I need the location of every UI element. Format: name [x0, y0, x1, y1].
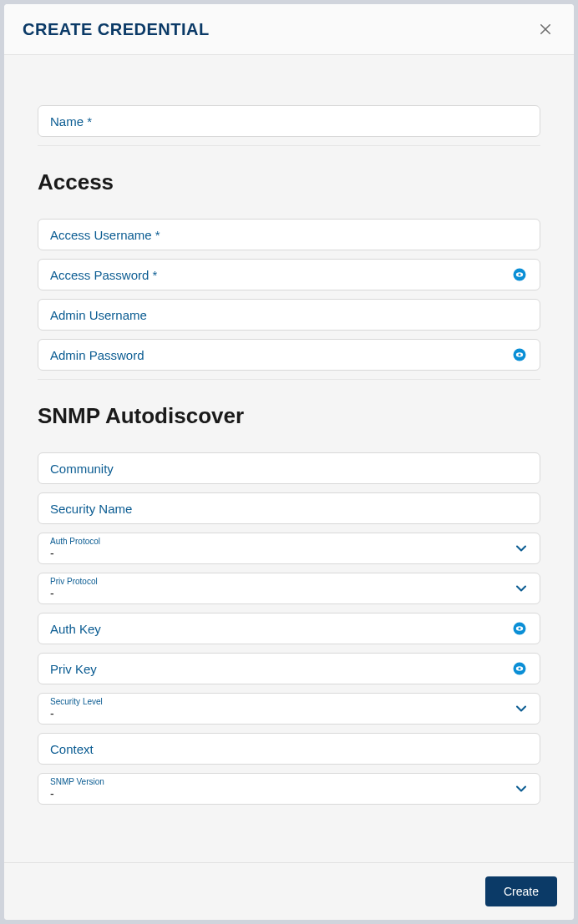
chevron-down-icon: [513, 580, 530, 597]
admin-password-wrap: [38, 339, 540, 371]
eye-icon[interactable]: [511, 620, 528, 637]
snmp-version-label: SNMP Version: [50, 778, 528, 786]
auth-protocol-label: Auth Protocol: [50, 538, 528, 546]
security-level-label: Security Level: [50, 698, 528, 706]
access-username-wrap: [38, 219, 540, 250]
chevron-down-icon: [513, 700, 530, 717]
eye-icon[interactable]: [511, 660, 528, 677]
security-level-select[interactable]: Security Level -: [38, 693, 540, 725]
security-name-input[interactable]: [50, 493, 528, 523]
modal-header: CREATE CREDENTIAL: [4, 4, 574, 55]
divider: [38, 379, 540, 380]
divider: [38, 145, 540, 146]
priv-protocol-value: -: [50, 587, 528, 601]
priv-key-wrap: [38, 653, 540, 684]
community-wrap: [38, 452, 540, 484]
priv-protocol-select[interactable]: Priv Protocol -: [38, 573, 540, 604]
modal-body: Access: [4, 55, 574, 862]
auth-protocol-value: -: [50, 547, 528, 561]
auth-key-wrap: [38, 613, 540, 644]
close-icon: [538, 22, 553, 37]
access-username-input[interactable]: [50, 220, 528, 250]
snmp-section-title: SNMP Autodiscover: [38, 403, 540, 429]
eye-icon[interactable]: [511, 266, 528, 283]
create-button[interactable]: Create: [485, 876, 557, 906]
access-password-wrap: [38, 259, 540, 290]
security-name-wrap: [38, 492, 540, 524]
snmp-version-value: -: [50, 787, 528, 801]
modal-title: CREATE CREDENTIAL: [23, 20, 210, 39]
svg-point-4: [519, 274, 521, 276]
close-button[interactable]: [535, 19, 555, 39]
context-wrap: [38, 733, 540, 765]
access-section-title: Access: [38, 169, 540, 195]
chevron-down-icon: [513, 780, 530, 797]
access-password-input[interactable]: [50, 260, 511, 290]
auth-key-input[interactable]: [50, 613, 511, 644]
security-level-value: -: [50, 707, 528, 721]
svg-point-10: [519, 628, 521, 630]
context-input[interactable]: [50, 734, 528, 764]
name-input[interactable]: [50, 106, 528, 136]
snmp-version-select[interactable]: SNMP Version -: [38, 773, 540, 805]
admin-username-input[interactable]: [50, 300, 528, 330]
priv-key-input[interactable]: [50, 654, 511, 684]
svg-point-7: [519, 354, 521, 356]
svg-point-13: [519, 668, 521, 670]
chevron-down-icon: [513, 540, 530, 557]
create-credential-modal: CREATE CREDENTIAL Access: [4, 4, 574, 920]
priv-protocol-label: Priv Protocol: [50, 578, 528, 586]
modal-footer: Create: [4, 862, 574, 920]
admin-password-input[interactable]: [50, 340, 511, 370]
community-input[interactable]: [50, 453, 528, 483]
eye-icon[interactable]: [511, 346, 528, 363]
admin-username-wrap: [38, 299, 540, 331]
name-field-wrap: [38, 105, 540, 137]
auth-protocol-select[interactable]: Auth Protocol -: [38, 533, 540, 564]
